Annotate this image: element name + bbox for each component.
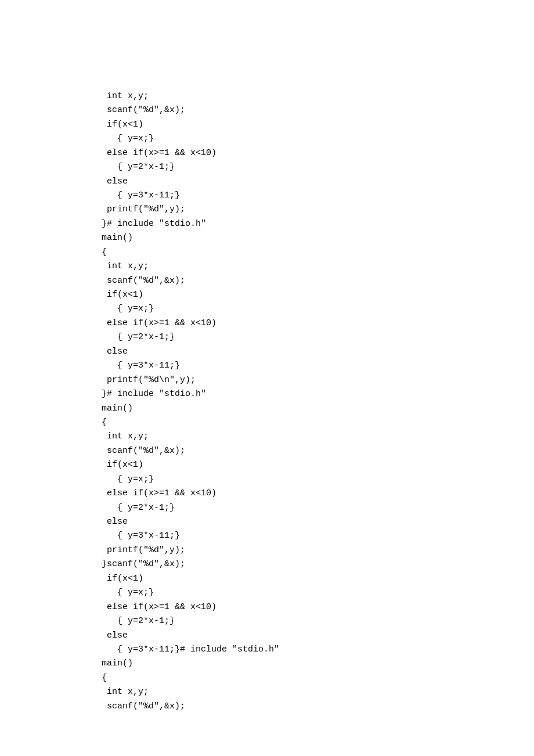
code-line: { y=3*x-11;} — [102, 189, 534, 203]
code-line: { y=2*x-1;} — [102, 330, 534, 344]
code-line: scanf("%d",&x); — [102, 700, 534, 714]
code-line: { y=x;} — [102, 302, 534, 316]
code-line: scanf("%d",&x); — [102, 103, 534, 117]
code-line: { y=2*x-1;} — [102, 614, 534, 628]
code-line: { y=3*x-11;} — [102, 529, 534, 543]
code-line: { — [102, 246, 534, 260]
code-line: }# include "stdio.h" — [102, 387, 534, 401]
code-line: { y=2*x-1;} — [102, 160, 534, 174]
code-line: scanf("%d",&x); — [102, 444, 534, 458]
code-line: { y=3*x-11;}# include "stdio.h" — [102, 643, 534, 657]
code-line: else if(x>=1 && x<10) — [102, 316, 534, 330]
code-line: printf("%d\n",y); — [102, 373, 534, 387]
code-line: int x,y; — [102, 685, 534, 699]
code-line: if(x<1) — [102, 572, 534, 586]
code-line: else if(x>=1 && x<10) — [102, 487, 534, 501]
code-line: else if(x>=1 && x<10) — [102, 600, 534, 614]
code-line: { y=2*x-1;} — [102, 501, 534, 515]
code-line: }scanf("%d",&x); — [102, 557, 534, 571]
code-block: int x,y; scanf("%d",&x); if(x<1) { y=x;}… — [102, 89, 534, 714]
code-line: { y=3*x-11;} — [102, 359, 534, 373]
code-document: int x,y; scanf("%d",&x); if(x<1) { y=x;}… — [0, 0, 534, 728]
code-line: if(x<1) — [102, 288, 534, 302]
code-line: else if(x>=1 && x<10) — [102, 146, 534, 160]
code-line: main() — [102, 231, 534, 245]
code-line: int x,y; — [102, 89, 534, 103]
code-line: { y=x;} — [102, 132, 534, 146]
code-line: }# include "stdio.h" — [102, 217, 534, 231]
code-line: { y=x;} — [102, 473, 534, 487]
code-line: main() — [102, 402, 534, 416]
code-line: else — [102, 515, 534, 529]
code-line: if(x<1) — [102, 118, 534, 132]
code-line: printf("%d",y); — [102, 543, 534, 557]
code-line: printf("%d",y); — [102, 203, 534, 217]
code-line: else — [102, 175, 534, 189]
code-line: int x,y; — [102, 430, 534, 444]
code-line: else — [102, 629, 534, 643]
code-line: { — [102, 416, 534, 430]
code-line: else — [102, 345, 534, 359]
code-line: main() — [102, 657, 534, 671]
code-line: { — [102, 671, 534, 685]
code-line: if(x<1) — [102, 458, 534, 472]
code-line: { y=x;} — [102, 586, 534, 600]
code-line: int x,y; — [102, 260, 534, 273]
code-line: scanf("%d",&x); — [102, 274, 534, 288]
